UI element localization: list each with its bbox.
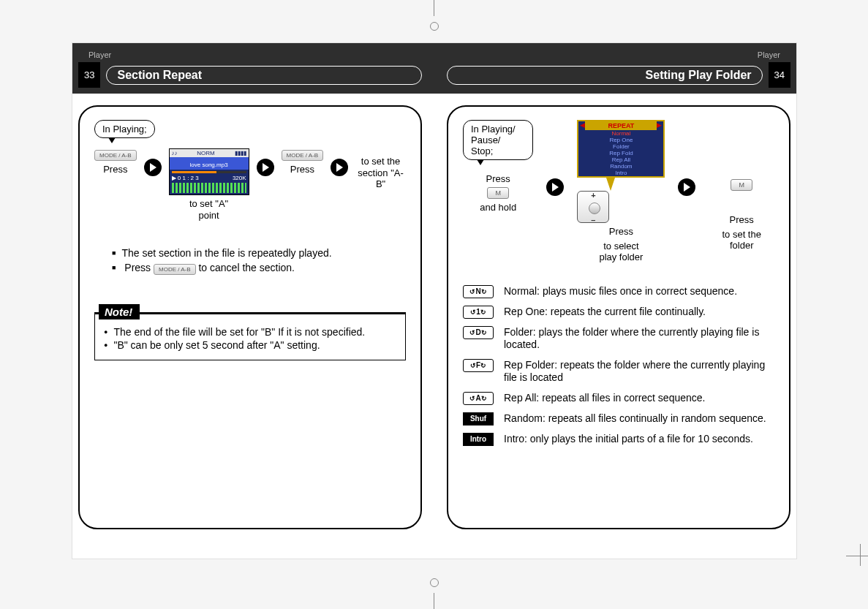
mode-ab-button-icon: MODE / A-B [282, 150, 324, 161]
note-box: The end of the file will be set for "B" … [94, 312, 406, 360]
play-modes-list: ↺N↻ Normal: plays music files once in co… [463, 285, 774, 446]
note-label: Note! [99, 304, 140, 319]
arrow-right-icon [546, 178, 564, 196]
list-item: Intro Intro: only plays the initial part… [463, 433, 774, 446]
set-a-caption: to set "A" point [169, 198, 249, 221]
page-title-left: Section Repeat [106, 66, 422, 85]
header-bar: Player Player 33 Section Repeat Setting … [72, 43, 796, 94]
info-list: The set section in the file is repeatedl… [112, 247, 406, 275]
player-screen-icon: ♪♪NORM▮▮▮▮ love song.mp3 ▶ 0 1 : 2 3320K [169, 148, 249, 195]
set-ab-caption: to set the section "A-B" [355, 156, 406, 190]
list-item: ↺D↻ Folder: plays the folder where the c… [463, 326, 774, 352]
list-item: Shuf Random: repeats all files continual… [463, 412, 774, 425]
list-item: Press MODE / A-B to cancel the section. [112, 262, 406, 275]
arrow-right-icon [144, 159, 162, 176]
panel-section-repeat: In Playing; MODE / A-B Press ♪♪NORM▮▮▮▮ … [78, 105, 422, 529]
section-tag-left: Player [88, 50, 434, 59]
list-item: ↺1↻ Rep One: repeats the current file co… [463, 306, 774, 319]
m-button-icon: M [487, 187, 509, 199]
mode-icon-repall: ↺A↻ [463, 392, 494, 405]
joystick-icon: +– [577, 191, 609, 223]
panel-play-folder: In Playing/ Pause/ Stop; Press M and hol… [447, 105, 790, 529]
page-title-right: Setting Play Folder [447, 66, 763, 85]
mode-icon-repfolder: ↺F↻ [463, 359, 494, 372]
manual-spread: Player Player 33 Section Repeat Setting … [72, 42, 797, 559]
press-label: Press [94, 164, 137, 175]
press-label: Press [282, 164, 324, 175]
select-folder-caption: to select play folder [577, 241, 665, 263]
mode-ab-button-icon: MODE / A-B [94, 150, 137, 161]
press-label: Press [577, 226, 665, 238]
list-item: ↺N↻ Normal: plays music files once in co… [463, 285, 774, 298]
arrow-right-icon [678, 178, 695, 196]
set-folder-caption: to set the folder [709, 229, 774, 251]
context-bubble: In Playing; [94, 120, 155, 138]
repeat-menu-icon: ◀REPEAT▶ Normal Rep One Folder Rep Fold … [577, 120, 665, 178]
arrow-right-icon [331, 159, 348, 176]
list-item: The end of the file will be set for "B" … [104, 326, 396, 338]
list-item: "B" can be only set 5 second after "A" s… [104, 339, 396, 351]
and-hold-label: and hold [463, 202, 533, 213]
arrow-right-icon [257, 159, 274, 176]
page-number-left: 33 [78, 62, 100, 88]
section-tag-right: Player [434, 50, 780, 59]
mode-icon-folder: ↺D↻ [463, 326, 494, 339]
list-item: The set section in the file is repeatedl… [112, 247, 406, 259]
mode-icon-repone: ↺1↻ [463, 306, 494, 319]
crop-mark-icon [430, 22, 439, 31]
m-button-icon: M [731, 179, 752, 191]
page-number-right: 34 [769, 62, 790, 88]
list-item: ↺F↻ Rep Folder: repeats the folder where… [463, 359, 774, 385]
press-label: Press [463, 173, 533, 185]
crop-mark-icon [430, 578, 439, 587]
mode-icon-random: Shuf [463, 412, 494, 425]
list-item: ↺A↻ Rep All: repeats all files in correc… [463, 392, 774, 405]
mode-ab-button-icon: MODE / A-B [154, 264, 196, 275]
mode-icon-intro: Intro [463, 433, 494, 446]
context-bubble: In Playing/ Pause/ Stop; [463, 120, 533, 160]
mode-icon-normal: ↺N↻ [463, 285, 494, 298]
press-label: Press [709, 214, 774, 226]
